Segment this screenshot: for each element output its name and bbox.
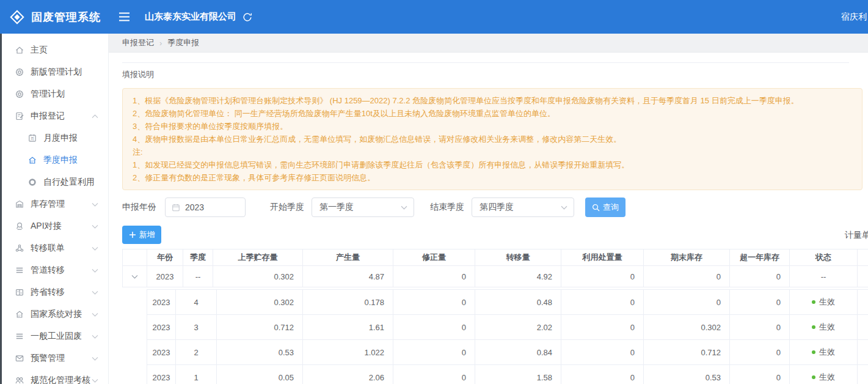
sidebar-item[interactable]: 新版管理计划	[2, 61, 108, 83]
query-button[interactable]: 查询	[585, 198, 625, 217]
sidebar-item[interactable]: 一般工业固废	[2, 325, 108, 347]
sidebar-item[interactable]: 主页	[2, 39, 108, 61]
sidebar-item[interactable]: 跨省转移	[2, 281, 108, 303]
value-cell: 0.712	[644, 340, 730, 364]
filler-cell	[858, 290, 868, 314]
value-cell: 0.178	[303, 290, 393, 314]
sidebar: 主页新版管理计划管理计划申报登记月月度申报季度申报自行处置利用库存管理API对接…	[2, 34, 109, 384]
value-cell: 2.06	[303, 365, 393, 384]
filler-cell	[858, 315, 868, 339]
year-filter-label: 申报年份	[122, 202, 156, 213]
expand-chevron-icon[interactable]	[131, 275, 138, 279]
sidebar-item-label: 预警管理	[31, 353, 65, 364]
sidebar-item-label: 主页	[31, 45, 48, 56]
table-row: 202340.3020.17800.48000生效	[147, 290, 868, 315]
breadcrumb-item-current: 季度申报	[167, 37, 199, 48]
list-lines-icon	[15, 265, 24, 275]
sidebar-item[interactable]: 国家系统对接	[2, 303, 108, 325]
sidebar-item-label: 管理计划	[31, 89, 65, 100]
refresh-icon[interactable]	[242, 12, 253, 23]
column-header: 产生量	[303, 249, 393, 265]
value-cell: 0	[644, 266, 730, 287]
hamburger-menu-icon[interactable]	[119, 12, 130, 21]
sidebar-item-label: 新版管理计划	[31, 67, 82, 78]
sidebar-item[interactable]: 库存管理	[2, 193, 108, 215]
value-cell: 0.53	[644, 365, 730, 384]
plus-icon	[129, 231, 136, 238]
notice-line: 4、废物申报数据是由本单位日常业务汇总而成，无需单位填写，如废物汇总信息错误，请…	[133, 133, 852, 146]
column-header: 利用处置量	[561, 249, 644, 265]
expand-cell	[123, 266, 147, 287]
table-row: 202320.531.02200.8400.7120生效	[147, 340, 868, 365]
expand-column-header	[123, 249, 147, 265]
main-panel: 申报登记 › 季度申报 填报说明 1、根据《危险废物管理计划和管理台账制定技术导…	[109, 34, 868, 384]
value-cell: 0	[730, 340, 790, 364]
sidebar-item[interactable]: 规范化管理考核	[2, 369, 108, 384]
start-quarter-label: 开始季度	[270, 202, 304, 213]
quarter-cell: 4	[176, 290, 217, 314]
sidebar-item[interactable]: 管道转移	[2, 259, 108, 281]
sidebar-item[interactable]: 申报登记	[2, 105, 108, 127]
sidebar-item[interactable]: API对接	[2, 215, 108, 237]
value-cell: 0	[730, 365, 790, 384]
sidebar-item-label: 自行处置利用	[43, 177, 95, 188]
value-cell: 0	[730, 266, 790, 287]
column-header: 修正量	[393, 249, 475, 265]
status-cell: 生效	[790, 315, 858, 339]
summary-table: 年份季度上季贮存量产生量修正量转移量利用处置量期末库存超一年库存状态2023--…	[122, 249, 868, 287]
year-input[interactable]: 2023	[165, 198, 246, 217]
top-header: 固废管理系统 山东泰东实业有限公司 宿庆利	[0, 0, 868, 34]
seal-icon	[15, 67, 24, 77]
end-quarter-select[interactable]: 第四季度	[472, 198, 574, 217]
notice-line: 注:	[133, 146, 852, 158]
sidebar-item-label: 管道转移	[31, 265, 65, 276]
sidebar-item-label: 季度申报	[43, 155, 78, 166]
value-cell: 0	[561, 266, 644, 287]
table-row: 202330.7121.6102.0200.3020生效	[147, 315, 868, 340]
sidebar-item[interactable]: 预警管理	[2, 347, 108, 369]
value-cell: 0.53	[217, 340, 303, 364]
sidebar-subitem[interactable]: 月月度申报	[2, 127, 108, 149]
start-quarter-select[interactable]: 第一季度	[312, 198, 414, 217]
start-quarter-value: 第一季度	[319, 202, 354, 213]
breadcrumb: 申报登记 › 季度申报	[109, 34, 868, 53]
unit-label: 计量单位	[845, 230, 868, 241]
column-header: 上季贮存量	[213, 249, 303, 265]
breadcrumb-item[interactable]: 申报登记	[122, 37, 154, 48]
sidebar-item-label: 国家系统对接	[31, 309, 82, 320]
sidebar-subitem[interactable]: 自行处置利用	[2, 171, 108, 193]
seal-icon	[15, 89, 24, 99]
column-header-cut	[858, 249, 868, 265]
status-dot-icon	[812, 325, 815, 329]
value-cell: 1.022	[303, 340, 393, 364]
chevron-down-icon	[92, 356, 98, 361]
value-cell: 4.87	[303, 266, 393, 287]
content-area: 填报说明 1、根据《危险废物管理计划和管理台账制定技术导则》 (HJ 1259—…	[109, 62, 868, 384]
breadcrumb-separator-icon: ›	[159, 39, 162, 48]
status-label: 生效	[819, 372, 835, 383]
value-cell: 0	[561, 290, 644, 314]
filler-cell	[858, 340, 868, 364]
value-cell: 0.48	[475, 290, 561, 314]
table-row: 202310.052.0601.5800.530生效	[147, 365, 868, 384]
filler-cell	[858, 266, 868, 287]
quarter-cell: --	[183, 266, 213, 287]
username[interactable]: 宿庆利	[841, 12, 867, 23]
sidebar-item[interactable]: 转移联单	[2, 237, 108, 259]
add-button[interactable]: 新增	[122, 226, 161, 244]
national-building-icon	[15, 309, 24, 319]
app-title: 固废管理系统	[31, 10, 101, 24]
list-lines-icon	[15, 331, 24, 341]
api-icon	[15, 221, 24, 231]
sidebar-item[interactable]: 管理计划	[2, 83, 108, 105]
notice-line: 1、如发现已经提交的申报信息填写错误，需向生态环境部门申请删除该季度起往后（包含…	[133, 158, 852, 171]
sidebar-item-label: 申报登记	[31, 111, 65, 122]
status-dot-icon	[812, 350, 815, 354]
sidebar-subitem[interactable]: 季度申报	[2, 149, 108, 171]
sidebar-item-label: 转移联单	[31, 243, 65, 254]
toolbar-row: 新增 计量单位	[122, 226, 868, 244]
status-cell: --	[790, 266, 858, 287]
sidebar-item-label: 规范化管理考核	[31, 375, 90, 384]
detail-table: 202340.3020.17800.48000生效202330.7121.610…	[147, 289, 868, 384]
value-cell: 1.58	[475, 365, 561, 384]
